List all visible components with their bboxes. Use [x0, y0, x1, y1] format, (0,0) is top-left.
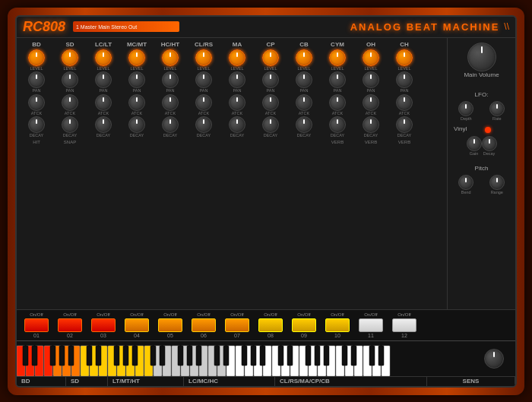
- cp-atck-knob[interactable]: [262, 94, 279, 111]
- synth-body: RC808 1 Master Main Stereo Out ANALOG BE…: [15, 15, 517, 388]
- ma-decay-knob[interactable]: [229, 116, 245, 133]
- svg-rect-56: [214, 346, 220, 366]
- midi-bar[interactable]: 1 Master Main Stereo Out: [73, 21, 179, 32]
- cp-pan-group: PAN: [262, 71, 279, 93]
- mcmt-pan-knob[interactable]: [128, 71, 145, 88]
- step-10-btn[interactable]: [325, 318, 350, 332]
- ma-pan-knob[interactable]: [229, 71, 245, 88]
- ch-decay-knob[interactable]: [396, 116, 413, 133]
- channel-mcmt: MC/MT LEVEL PAN ATCK: [120, 41, 154, 309]
- cym-pan-knob[interactable]: [329, 71, 346, 88]
- vinyl-gain-label: Gain: [470, 151, 479, 157]
- ma-atck-knob[interactable]: [229, 94, 245, 111]
- svg-rect-64: [315, 346, 320, 366]
- lfo-label: LFO:: [475, 91, 489, 98]
- ch-level-group: LEVEL: [396, 49, 413, 71]
- hcht-pan-knob[interactable]: [162, 71, 179, 88]
- oh-pan-knob[interactable]: [363, 71, 379, 88]
- channel-ch: CH LEVEL PAN ATCK: [388, 41, 421, 309]
- main-volume-knob[interactable]: [467, 43, 496, 71]
- lclt-pan-knob[interactable]: [95, 71, 112, 88]
- oh-atck-knob[interactable]: [363, 94, 379, 111]
- step-01-btn[interactable]: [24, 318, 49, 332]
- hcht-decay-knob[interactable]: [162, 116, 179, 133]
- ch-pan-knob[interactable]: [396, 71, 413, 88]
- step-07-btn[interactable]: [225, 318, 249, 332]
- pitch-bend-label: Bend: [461, 190, 471, 195]
- mcmt-decay-knob[interactable]: [128, 116, 145, 133]
- sd-decay-knob[interactable]: [62, 116, 78, 133]
- svg-rect-51: [150, 346, 156, 366]
- bd-decay-knob[interactable]: [28, 116, 45, 133]
- cp-decay-knob[interactable]: [262, 116, 279, 133]
- cp-level-knob[interactable]: [262, 49, 279, 66]
- cym-level-knob[interactable]: [329, 49, 346, 66]
- bd-pan-knob[interactable]: [28, 71, 45, 88]
- hcht-level-label: LEVEL: [163, 66, 176, 71]
- oh-level-knob[interactable]: [363, 49, 379, 66]
- sd-atck-knob[interactable]: [62, 94, 78, 111]
- ch-level-knob[interactable]: [396, 49, 413, 66]
- step-04-btn[interactable]: [125, 318, 149, 332]
- step-07-num: 07: [234, 333, 240, 338]
- cb-decay-knob[interactable]: [296, 116, 312, 133]
- piano-keyboard[interactable]: [17, 341, 473, 376]
- wood-frame: RC808 1 Master Main Stereo Out ANALOG BE…: [8, 8, 524, 395]
- clrs-decay-label: DECAY: [197, 133, 211, 138]
- cb-pan-knob[interactable]: [296, 71, 312, 88]
- lclt-decay-knob[interactable]: [95, 116, 112, 133]
- mcmt-level-knob[interactable]: [128, 49, 145, 66]
- cym-level-label: LEVEL: [331, 66, 344, 71]
- ch-atck-knob[interactable]: [396, 94, 413, 111]
- hcht-atck-knob[interactable]: [162, 94, 179, 111]
- pitch-range-knob[interactable]: [489, 175, 505, 190]
- cb-level-knob[interactable]: [296, 49, 312, 66]
- sd-level-knob[interactable]: [62, 49, 78, 66]
- lclt-level-knob[interactable]: [95, 49, 112, 66]
- clrs-atck-knob[interactable]: [195, 94, 212, 111]
- svg-rect-49: [123, 346, 128, 366]
- step-03-btn[interactable]: [91, 318, 116, 332]
- cp-pan-knob[interactable]: [262, 71, 279, 88]
- ch-label-hcht: HC/HT: [161, 41, 179, 48]
- oh-decay-knob[interactable]: [363, 116, 379, 133]
- clrs-level-knob[interactable]: [195, 49, 212, 66]
- channel-cb: CB LEVEL PAN ATCK: [287, 41, 321, 309]
- step-08-btn[interactable]: [258, 318, 283, 332]
- step-06-btn[interactable]: [192, 318, 216, 332]
- pitch-range-item: Range: [489, 175, 505, 195]
- cb-atck-group: ATCK: [296, 94, 312, 116]
- step-12-btn[interactable]: [392, 318, 416, 332]
- cym-decay-knob[interactable]: [329, 116, 346, 133]
- ch-label-cp: CP: [266, 41, 274, 48]
- pitch-bend-knob[interactable]: [458, 175, 473, 190]
- step-05-label: On/Off: [163, 312, 177, 317]
- lclt-atck-knob[interactable]: [95, 94, 112, 111]
- mcmt-pan-label: PAN: [133, 88, 141, 93]
- sd-pan-knob[interactable]: [62, 71, 78, 88]
- clrs-pan-knob[interactable]: [195, 71, 212, 88]
- pitch-range-label: Range: [491, 190, 503, 195]
- step-02-btn[interactable]: [58, 318, 82, 332]
- ma-level-knob[interactable]: [229, 49, 245, 66]
- chevrons-icon: \\: [504, 21, 509, 32]
- step-05-btn[interactable]: [158, 318, 182, 332]
- ch-atck-group: ATCK: [396, 94, 413, 116]
- lfo-rate-label: Rate: [492, 116, 502, 122]
- cym-atck-knob[interactable]: [329, 94, 346, 111]
- bd-atck-knob[interactable]: [28, 94, 45, 111]
- step-09-btn[interactable]: [292, 318, 316, 332]
- vinyl-decay-knob[interactable]: [482, 136, 497, 151]
- sens-knob[interactable]: [484, 349, 504, 369]
- clrs-decay-knob[interactable]: [195, 116, 212, 133]
- bd-level-knob[interactable]: [28, 49, 45, 66]
- step-11-btn[interactable]: [359, 318, 383, 332]
- step-04: On/Off 04: [120, 312, 154, 338]
- piano-section: BD SD LT/MT/HT LC/MC/HC CL/RS/MA/CP/CB S…: [17, 340, 515, 386]
- lfo-depth-knob[interactable]: [458, 101, 473, 116]
- mcmt-atck-knob[interactable]: [128, 94, 145, 111]
- cb-atck-knob[interactable]: [296, 94, 312, 111]
- vinyl-gain-knob[interactable]: [467, 136, 482, 151]
- hcht-level-knob[interactable]: [162, 49, 179, 66]
- lfo-rate-knob[interactable]: [489, 101, 505, 116]
